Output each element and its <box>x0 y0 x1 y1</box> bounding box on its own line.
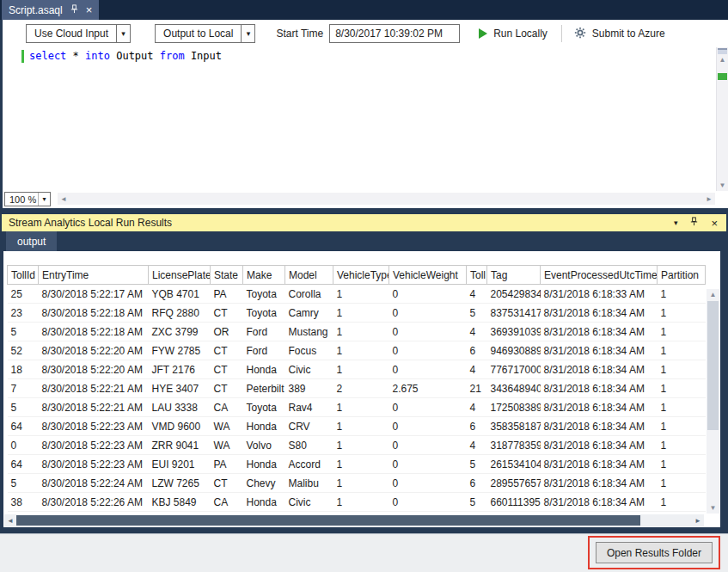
table-cell: 261534104 <box>487 455 541 474</box>
output-dropdown-value: Output to Local <box>156 25 241 42</box>
table-cell: 776717000 <box>487 360 541 379</box>
start-time-input[interactable] <box>329 24 460 43</box>
tab-script-asaql[interactable]: Script.asaql × <box>2 0 99 20</box>
toolbar-separator <box>561 25 562 42</box>
toolbar: Use Cloud Input ▾ Output to Local ▾ Star… <box>3 20 728 47</box>
chevron-down-icon[interactable]: ▾ <box>241 25 254 42</box>
column-header-tag[interactable]: Tag <box>487 266 541 285</box>
table-cell: Civic <box>285 493 333 512</box>
table-row[interactable]: 648/30/2018 5:22:23 AMEUI 9201PAHondaAcc… <box>8 455 706 474</box>
table-row[interactable]: 238/30/2018 5:22:18 AMRFQ 2880CTToyotaCa… <box>8 304 706 323</box>
column-header-tollid[interactable]: TollId <box>8 266 39 285</box>
table-cell: 4 <box>467 285 487 304</box>
output-dropdown[interactable]: Output to Local ▾ <box>155 24 255 43</box>
chevron-down-icon[interactable]: ▾ <box>38 193 50 206</box>
scroll-left-arrow[interactable]: ◄ <box>58 193 70 205</box>
table-cell: 8/31/2018 6:18:34 AM <box>541 323 658 341</box>
scroll-down-arrow[interactable]: ▼ <box>717 181 728 189</box>
open-results-folder-button[interactable]: Open Results Folder <box>596 542 713 563</box>
scroll-up-arrow[interactable]: ▲ <box>717 56 728 64</box>
code-editor[interactable]: select * into Output from Input ▲ ▼ <box>3 47 728 191</box>
column-header-entrytime[interactable]: EntryTime <box>39 266 149 285</box>
table-cell: Ford <box>243 323 285 341</box>
table-row[interactable]: 58/30/2018 5:22:24 AMLZW 7265CTChevyMali… <box>8 474 706 493</box>
column-header-make[interactable]: Make <box>243 266 285 285</box>
column-header-vehicletype[interactable]: VehicleType <box>333 266 389 285</box>
table-cell: 8/30/2018 5:22:20 AM <box>39 341 149 360</box>
close-icon[interactable]: × <box>86 4 93 15</box>
table-cell: 1 <box>333 304 389 323</box>
table-row[interactable]: 78/30/2018 5:22:21 AMHYE 3407CTPeterbilt… <box>8 379 706 398</box>
table-cell: 946930889 <box>487 341 541 360</box>
scrollbar-thumb[interactable] <box>707 301 719 430</box>
table-cell: Honda <box>243 493 285 512</box>
scroll-down-arrow[interactable]: ▼ <box>707 504 719 512</box>
table-cell: 1 <box>333 436 389 455</box>
table-row[interactable]: 188/30/2018 5:22:20 AMJFT 2176CTHondaCiv… <box>8 360 706 379</box>
cloud-input-dropdown[interactable]: Use Cloud Input ▾ <box>26 24 131 43</box>
scroll-right-arrow[interactable]: ► <box>703 193 715 205</box>
table-cell: PA <box>211 285 243 304</box>
pin-icon[interactable] <box>689 217 699 229</box>
table-cell: 1 <box>658 474 706 493</box>
table-cell: 1 <box>333 360 389 379</box>
column-header-licenseplate[interactable]: LicensePlate <box>149 266 211 285</box>
results-panel-title: Stream Analytics Local Run Results <box>9 217 172 229</box>
table-cell: RFQ 2880 <box>149 304 211 323</box>
table-row[interactable]: 528/30/2018 5:22:20 AMFYW 2785CTFordFocu… <box>8 341 706 360</box>
table-row[interactable]: 648/30/2018 5:22:23 AMVMD 9600WAHondaCRV… <box>8 417 706 436</box>
table-row[interactable]: 58/30/2018 5:22:21 AMLAU 3338CAToyotaRav… <box>8 398 706 417</box>
table-cell: 21 <box>467 379 487 398</box>
column-header-model[interactable]: Model <box>285 266 333 285</box>
table-cell: 1 <box>658 341 706 360</box>
table-cell: Volvo <box>243 436 285 455</box>
table-cell: 4 <box>467 398 487 417</box>
table-cell: OR <box>211 323 243 341</box>
tab-output[interactable]: output <box>6 231 57 251</box>
close-icon[interactable]: × <box>711 218 718 229</box>
editor-split-handle[interactable] <box>718 48 727 54</box>
zoom-dropdown[interactable]: 100 % ▾ <box>4 192 51 206</box>
chevron-down-icon[interactable]: ▾ <box>116 25 130 42</box>
table-cell: 8/31/2018 6:18:34 AM <box>541 455 658 474</box>
table-cell: 8/31/2018 6:18:34 AM <box>541 493 658 512</box>
table-row[interactable]: 08/30/2018 5:22:23 AMZRR 9041WAVolvoS801… <box>8 436 706 455</box>
table-cell: 8/31/2018 6:18:34 AM <box>541 379 658 398</box>
table-cell: Accord <box>285 455 333 474</box>
results-horizontal-scrollbar[interactable]: ◄ ► <box>4 514 704 526</box>
editor-vertical-scrollbar[interactable]: ▲ ▼ <box>716 47 728 191</box>
table-cell: PA <box>211 455 243 474</box>
scroll-left-arrow[interactable]: ◄ <box>4 514 16 526</box>
column-header-partition[interactable]: Partition <box>658 266 706 285</box>
column-header-vehicleweight[interactable]: VehicleWeight <box>389 266 467 285</box>
table-row[interactable]: 258/30/2018 5:22:17 AMYQB 4701PAToyotaCo… <box>8 285 706 304</box>
table-cell: 8/30/2018 5:22:24 AM <box>39 474 149 493</box>
scrollbar-thumb[interactable] <box>16 515 640 526</box>
table-cell: 5 <box>467 455 487 474</box>
code-token: from <box>160 50 185 62</box>
table-row[interactable]: 58/30/2018 5:22:18 AMZXC 3799ORFordMusta… <box>8 323 706 341</box>
editor-horizontal-scrollbar[interactable]: ◄ ► <box>58 193 715 205</box>
column-header-toll[interactable]: Toll <box>467 266 487 285</box>
window-position-icon[interactable]: ▾ <box>674 218 678 227</box>
table-cell: 1 <box>333 455 389 474</box>
scroll-up-arrow[interactable]: ▲ <box>707 291 719 298</box>
table-cell: 8/30/2018 5:22:26 AM <box>39 493 149 512</box>
table-cell: 4 <box>467 436 487 455</box>
table-cell: 0 <box>389 474 467 493</box>
table-cell: 8/30/2018 5:22:23 AM <box>39 436 149 455</box>
column-header-eventprocessedutctime[interactable]: EventProcessedUtcTime <box>541 266 658 285</box>
table-cell: WA <box>211 436 243 455</box>
pin-icon[interactable] <box>70 4 79 16</box>
results-vertical-scrollbar[interactable]: ▲ ▼ <box>707 289 719 514</box>
table-cell: Ford <box>243 341 285 360</box>
table-cell: 289557657 <box>487 474 541 493</box>
run-locally-button[interactable]: Run Locally <box>479 28 548 40</box>
table-row[interactable]: 388/30/2018 5:22:26 AMKBJ 5849CAHondaCiv… <box>8 493 706 512</box>
column-header-state[interactable]: State <box>211 266 243 285</box>
submit-to-azure-button[interactable]: Submit to Azure <box>574 27 665 41</box>
table-cell: 0 <box>8 436 39 455</box>
table-cell: 8/31/2018 6:18:34 AM <box>541 398 658 417</box>
table-cell: Malibu <box>285 474 333 493</box>
scroll-right-arrow[interactable]: ► <box>692 514 704 526</box>
